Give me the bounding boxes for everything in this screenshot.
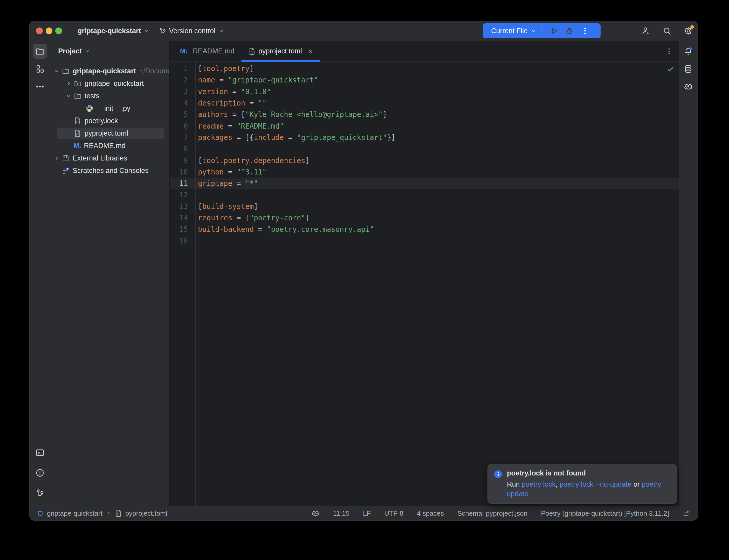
tree-item-label: poetry.lock [85, 117, 118, 125]
minimize-window-button[interactable] [46, 27, 52, 34]
chevron-down-icon[interactable] [65, 92, 74, 100]
tree-item-tests[interactable]: tests [50, 90, 169, 102]
code-line-7[interactable]: 7packages = [{include = "griptape_quicks… [170, 132, 679, 143]
code-line-16[interactable]: 16 [170, 235, 679, 246]
status-item-poetry[interactable]: Poetry (griptape-quickstart) [Python 3.1… [541, 509, 669, 517]
more-run-options-button[interactable] [580, 26, 590, 36]
search-everywhere-button[interactable] [662, 26, 672, 36]
line-number[interactable]: 1 [170, 64, 188, 73]
markdown-file-icon: M↓ [180, 47, 190, 55]
line-number[interactable]: 4 [170, 99, 188, 107]
code-line-14[interactable]: 14requires = ["poetry-core"] [170, 212, 679, 223]
line-number[interactable]: 14 [170, 214, 188, 222]
tree-item-griptape-quickstart[interactable]: griptape_quickstart [50, 77, 169, 90]
folder-dot-icon [74, 92, 81, 100]
terminal-tool-button[interactable] [33, 445, 47, 460]
chevron-right-icon[interactable] [65, 80, 74, 87]
tree-item-griptape-quickstart[interactable]: griptape-quickstart~/Docume [50, 65, 169, 77]
line-number[interactable]: 9 [170, 156, 188, 165]
project-widget[interactable]: griptape-quickstart [78, 27, 150, 35]
code-text: build-backend = "poetry.core.masonry.api… [198, 225, 374, 233]
toml-file-icon: [T] [248, 47, 256, 55]
notifications-tool-button[interactable] [681, 44, 696, 59]
editor-tab-bar: M↓README.md[T]pyproject.toml [170, 41, 679, 62]
database-tool-button[interactable] [681, 62, 696, 76]
tab-readme-md[interactable]: M↓README.md [173, 41, 241, 61]
more-tool-windows-tool-button[interactable] [33, 79, 47, 94]
chevron-right-icon[interactable] [53, 155, 62, 162]
status-item-4[interactable]: 4 spaces [417, 509, 444, 517]
notification-link-poetry-lock[interactable]: poetry lock [522, 480, 556, 488]
tree-item-external-libraries[interactable]: External Libraries [50, 152, 169, 164]
debug-button[interactable] [565, 26, 574, 36]
line-number[interactable]: 13 [170, 202, 188, 211]
version-control-tool-button[interactable] [33, 486, 47, 500]
structure-tool-button[interactable] [33, 62, 47, 76]
run-configuration-widget[interactable]: Current File [483, 23, 601, 38]
toml-icon: [T] [74, 129, 81, 137]
code-line-4[interactable]: 4description = "" [170, 97, 679, 109]
line-number[interactable]: 2 [170, 76, 188, 84]
line-number[interactable]: 8 [170, 145, 188, 153]
close-window-button[interactable] [36, 27, 43, 34]
line-number[interactable]: 12 [170, 191, 188, 199]
code-line-15[interactable]: 15build-backend = "poetry.core.masonry.a… [170, 223, 679, 235]
folder-dot-icon [74, 80, 81, 87]
status-item-lf[interactable]: LF [363, 509, 371, 517]
code-with-me-button[interactable] [641, 26, 650, 36]
code-text: description = "" [198, 99, 267, 107]
line-number[interactable]: 16 [170, 237, 188, 245]
code-line-1[interactable]: 1[tool.poetry] [170, 63, 679, 74]
code-editor[interactable]: 1[tool.poetry]2name = "griptape-quicksta… [170, 62, 679, 506]
breadcrumb-project[interactable]: griptape-quickstart [47, 509, 102, 517]
settings-button[interactable] [684, 26, 693, 36]
tree-item-label: tests [85, 92, 99, 100]
code-line-13[interactable]: 13[build-system] [170, 201, 679, 212]
chevron-down-icon [530, 27, 537, 34]
tab-options-icon[interactable] [665, 47, 674, 56]
write-access-lock-icon[interactable] [683, 509, 690, 517]
project-folder-tool-button[interactable] [33, 44, 47, 59]
code-line-10[interactable]: 10python = "^3.11" [170, 166, 679, 178]
code-line-11[interactable]: 11griptape = "*" [170, 178, 679, 189]
project-panel-header[interactable]: Project [50, 41, 169, 61]
project-widget-label: griptape-quickstart [78, 27, 141, 35]
problems-tool-button[interactable] [33, 466, 47, 480]
code-line-3[interactable]: 3version = "0.1.0" [170, 86, 679, 97]
tree-item-pyproject-toml[interactable]: [T]pyproject.toml [50, 127, 169, 139]
vcs-widget[interactable]: Version control [159, 27, 225, 35]
tree-item-poetry-lock[interactable]: [T]poetry.lock [50, 115, 169, 127]
line-number[interactable]: 6 [170, 122, 188, 130]
breadcrumb-file[interactable]: pyproject.toml [125, 509, 167, 517]
status-item-utf-8[interactable]: UTF-8 [384, 509, 404, 517]
tree-item-scratches-and-consoles[interactable]: Scratches and Consoles [50, 164, 169, 177]
status-item-schema-[interactable]: Schema: pyproject.json [458, 509, 528, 517]
ai-assistant-tool-button[interactable] [681, 79, 696, 94]
notification-link-poetry-lock-no-update[interactable]: poetry lock --no-update [560, 480, 632, 488]
zoom-window-button[interactable] [55, 27, 62, 34]
line-number[interactable]: 7 [170, 133, 188, 142]
code-line-2[interactable]: 2name = "griptape-quickstart" [170, 74, 679, 86]
run-button[interactable] [549, 26, 559, 36]
chevron-down-icon[interactable] [53, 67, 62, 75]
code-line-5[interactable]: 5authors = ["Kyle Roche <hello@griptape.… [170, 109, 679, 120]
close-tab-icon[interactable] [304, 48, 313, 54]
inspections-ok-icon[interactable] [666, 65, 675, 73]
line-number[interactable]: 11 [170, 179, 188, 187]
line-number[interactable]: 3 [170, 87, 188, 96]
notification-popup: poetry.lock is not found Run poetry lock… [488, 464, 677, 504]
code-line-8[interactable]: 8 [170, 143, 679, 155]
line-number[interactable]: 5 [170, 110, 188, 118]
tree-item-readme-md[interactable]: M↓README.md [50, 139, 169, 152]
tab-pyproject-toml[interactable]: [T]pyproject.toml [241, 41, 320, 61]
line-number[interactable]: 15 [170, 225, 188, 233]
line-number[interactable]: 10 [170, 168, 188, 176]
update-badge [690, 25, 694, 29]
status-item-11-15[interactable]: 11:15 [333, 509, 349, 517]
copilot-icon[interactable] [311, 509, 319, 517]
notification-title: poetry.lock is not found [507, 469, 670, 477]
code-line-12[interactable]: 12 [170, 189, 679, 200]
code-line-9[interactable]: 9[tool.poetry.dependencies] [170, 155, 679, 166]
code-line-6[interactable]: 6readme = "README.md" [170, 120, 679, 131]
tree-item--init-py[interactable]: __init__.py [50, 102, 169, 115]
